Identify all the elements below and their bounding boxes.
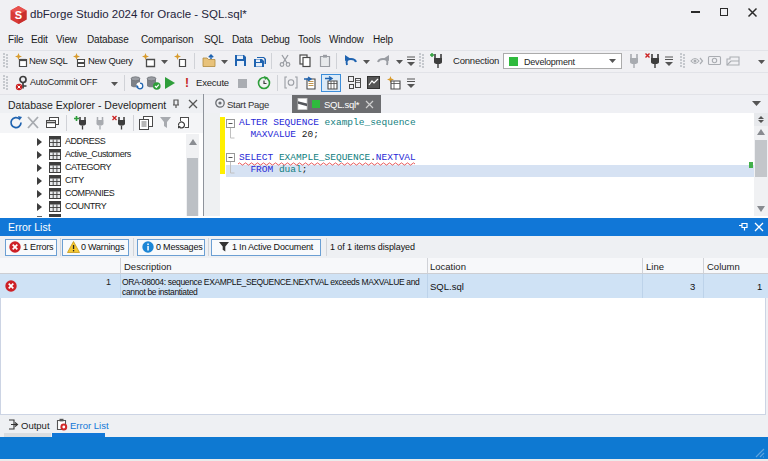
svg-text:S: S [15,9,22,21]
